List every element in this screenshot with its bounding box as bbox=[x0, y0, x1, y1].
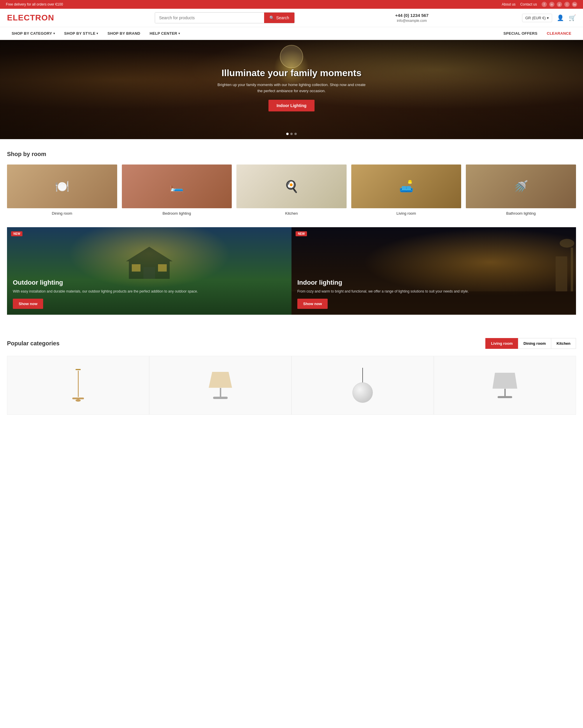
top-bar: Free delivery for all orders over €100 A… bbox=[0, 0, 583, 9]
shop-by-room-title: Shop by room bbox=[7, 151, 576, 157]
room-card-dining[interactable]: 🍽️ Dining room bbox=[7, 164, 117, 215]
header: ELECTRON 🔍 Search +44 (0) 1234 567 info@… bbox=[0, 9, 583, 27]
nav-shop-by-brand[interactable]: SHOP BY BRAND bbox=[103, 27, 145, 40]
search-button[interactable]: 🔍 Search bbox=[264, 12, 294, 23]
nav-label: SHOP BY CATEGORY bbox=[12, 31, 52, 35]
twitter-icon[interactable]: tw bbox=[572, 2, 577, 7]
hero-dots bbox=[286, 133, 297, 135]
room-card-kitchen[interactable]: 🍳 Kitchen bbox=[237, 164, 346, 215]
promo-badge: NEW bbox=[296, 231, 307, 236]
room-label: Kitchen bbox=[237, 211, 346, 215]
room-label: Bedroom lighting bbox=[122, 211, 232, 215]
popular-header: Popular categories Living room Dining ro… bbox=[7, 338, 576, 349]
tab-dining-room[interactable]: Dining room bbox=[518, 338, 552, 349]
svg-rect-3 bbox=[132, 264, 140, 271]
nav-label: SHOP BY STYLE bbox=[64, 31, 95, 35]
top-bar-right: About us Contact us f in p t tw bbox=[502, 2, 577, 7]
promo-cta-button[interactable]: Show now bbox=[13, 299, 43, 309]
promo-cta-button[interactable]: Show now bbox=[297, 299, 328, 309]
promo-title: Outdoor lighting bbox=[13, 279, 286, 286]
room-card-bathroom[interactable]: 🚿 Bathroom lighting bbox=[466, 164, 576, 215]
logo[interactable]: ELECTRON bbox=[7, 13, 54, 23]
room-card-bedroom[interactable]: 🛏️ Bedroom lighting bbox=[122, 164, 232, 215]
promo-content: Indoor lighting From cozy and warm to br… bbox=[292, 273, 576, 315]
product-grid bbox=[7, 356, 576, 415]
svg-marker-0 bbox=[126, 247, 172, 261]
product-image bbox=[149, 356, 291, 414]
tab-kitchen[interactable]: Kitchen bbox=[551, 338, 576, 349]
promo-indoor[interactable]: NEW Indoor lighting From cozy and warm t… bbox=[292, 227, 576, 315]
hero-content: Illuminate your family moments Brighten … bbox=[216, 68, 367, 112]
dot-3[interactable] bbox=[295, 133, 297, 135]
dot-2[interactable] bbox=[290, 133, 293, 135]
room-card-living[interactable]: 🛋️ Living room bbox=[351, 164, 462, 215]
floor-lamp-icon bbox=[72, 369, 84, 401]
nav-help-center[interactable]: HELP CENTER ▾ bbox=[145, 27, 185, 40]
email: info@example.com bbox=[395, 18, 429, 23]
search-icon: 🔍 bbox=[269, 16, 274, 20]
nav-special-offers[interactable]: SPECIAL OFFERS bbox=[499, 27, 542, 40]
chevron-down-icon: ▾ bbox=[547, 16, 549, 20]
social-icons: f in p t tw bbox=[542, 2, 577, 7]
tab-living-room[interactable]: Living room bbox=[485, 338, 518, 349]
hero-section: Illuminate your family moments Brighten … bbox=[0, 40, 583, 139]
hero-cta-button[interactable]: Indoor Lighting bbox=[269, 100, 315, 111]
table-lamp-icon bbox=[209, 372, 232, 399]
product-card-floor-lamp[interactable] bbox=[7, 356, 149, 415]
hero-title: Illuminate your family moments bbox=[216, 68, 367, 78]
nav-clearance[interactable]: CLEARANCE bbox=[542, 27, 576, 40]
promo-desc: From cozy and warm to bright and functio… bbox=[297, 289, 570, 294]
room-label: Living room bbox=[351, 211, 462, 215]
locale-selector[interactable]: GR (EUR €) ▾ bbox=[522, 14, 552, 22]
nav-shop-by-style[interactable]: SHOP BY STYLE ▾ bbox=[59, 27, 103, 40]
nav-label: SHOP BY BRAND bbox=[108, 31, 140, 35]
promo-text: Free delivery for all orders over €100 bbox=[6, 2, 63, 6]
svg-rect-4 bbox=[158, 264, 167, 271]
popular-categories-section: Popular categories Living room Dining ro… bbox=[0, 327, 583, 426]
nav-label: SPECIAL OFFERS bbox=[503, 31, 537, 35]
product-image bbox=[292, 356, 434, 414]
popular-title: Popular categories bbox=[7, 340, 59, 347]
category-tabs: Living room Dining room Kitchen bbox=[485, 338, 576, 349]
phone-number: +44 (0) 1234 567 bbox=[395, 12, 429, 18]
search-btn-label: Search bbox=[276, 16, 289, 20]
bedside-lamp-icon bbox=[493, 373, 518, 398]
promo-outdoor[interactable]: NEW Outdoor lighting With easy installat… bbox=[7, 227, 292, 315]
room-label: Dining room bbox=[7, 211, 117, 215]
search-bar: 🔍 Search bbox=[155, 12, 295, 23]
header-actions: GR (EUR €) ▾ 👤 🛒 bbox=[522, 14, 576, 22]
search-input[interactable] bbox=[155, 12, 265, 23]
pendant-lamp-icon bbox=[353, 368, 373, 403]
locale-label: GR (EUR €) bbox=[525, 16, 546, 20]
pinterest-icon[interactable]: p bbox=[557, 2, 562, 7]
contact-us-link[interactable]: Contact us bbox=[520, 2, 537, 6]
shop-by-room-section: Shop by room 🍽️ Dining room 🛏️ Bedroom l… bbox=[0, 139, 583, 227]
product-card-bedside-lamp[interactable] bbox=[434, 356, 576, 415]
nav-left: SHOP BY CATEGORY ▾ SHOP BY STYLE ▾ SHOP … bbox=[7, 27, 185, 40]
nav-shop-by-category[interactable]: SHOP BY CATEGORY ▾ bbox=[7, 27, 59, 40]
promo-grid: NEW Outdoor lighting With easy installat… bbox=[0, 227, 583, 327]
tiktok-icon[interactable]: t bbox=[564, 2, 570, 7]
dot-1[interactable] bbox=[286, 133, 288, 135]
cart-icon[interactable]: 🛒 bbox=[569, 14, 576, 21]
instagram-icon[interactable]: in bbox=[549, 2, 554, 7]
nav-label: HELP CENTER bbox=[149, 31, 177, 35]
product-image bbox=[7, 356, 149, 414]
product-card-table-lamp[interactable] bbox=[149, 356, 292, 415]
room-grid: 🍽️ Dining room 🛏️ Bedroom lighting 🍳 Kit… bbox=[7, 164, 576, 215]
promo-badge: NEW bbox=[11, 231, 23, 236]
about-us-link[interactable]: About us bbox=[502, 2, 516, 6]
facebook-icon[interactable]: f bbox=[542, 2, 547, 7]
hero-subtitle: Brighten up your family moments with our… bbox=[216, 82, 367, 94]
product-card-pendant[interactable] bbox=[292, 356, 434, 415]
nav-label: CLEARANCE bbox=[547, 31, 571, 35]
room-label: Bathroom lighting bbox=[466, 211, 576, 215]
account-icon[interactable]: 👤 bbox=[557, 14, 564, 21]
promo-content: Outdoor lighting With easy installation … bbox=[7, 273, 292, 315]
nav-right: SPECIAL OFFERS CLEARANCE bbox=[499, 27, 576, 40]
promo-desc: With easy installation and durable mater… bbox=[13, 289, 286, 294]
chevron-down-icon: ▾ bbox=[53, 32, 55, 35]
product-image bbox=[434, 356, 576, 414]
chevron-down-icon: ▾ bbox=[96, 32, 98, 35]
main-nav: SHOP BY CATEGORY ▾ SHOP BY STYLE ▾ SHOP … bbox=[0, 27, 583, 40]
